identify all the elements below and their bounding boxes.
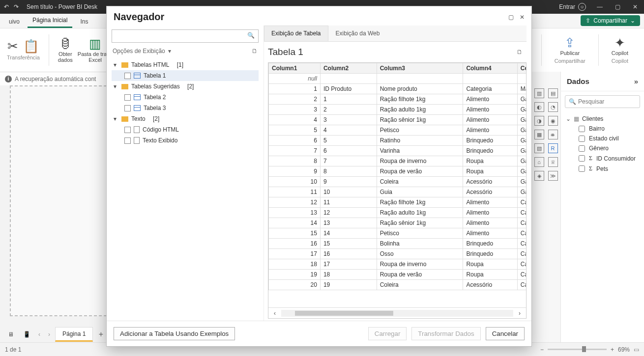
viz-icon[interactable]: ◔ bbox=[548, 102, 558, 112]
table-row[interactable]: 2019ColeiraAcessórioCachorrito bbox=[269, 280, 527, 290]
node-codigo-html[interactable]: Código HTML bbox=[112, 124, 259, 135]
copilot-button[interactable]: ✦ Copilot bbox=[612, 36, 628, 56]
horizontal-scrollbar[interactable]: ‹ › bbox=[268, 307, 526, 318]
checkbox[interactable] bbox=[124, 94, 131, 101]
zoom-out-icon[interactable]: − bbox=[540, 346, 544, 353]
next-page-icon[interactable]: › bbox=[45, 331, 53, 338]
table-row[interactable]: 109ColeiraAcessórioGatito bbox=[269, 177, 527, 187]
sign-in-button[interactable]: Entrar ☺ bbox=[559, 3, 586, 11]
table-row[interactable]: 1ID ProdutoNome produtoCategoriaMarca bbox=[269, 84, 527, 94]
viz-icon[interactable]: ◉ bbox=[548, 116, 558, 126]
redo-icon[interactable]: ↷ bbox=[14, 3, 19, 10]
viz-icon[interactable]: ▥ bbox=[534, 88, 544, 98]
zoom-in-icon[interactable]: + bbox=[611, 346, 614, 353]
viz-icon[interactable]: ♕ bbox=[548, 157, 558, 167]
viz-icon[interactable]: ◈ bbox=[534, 171, 544, 181]
fields-search[interactable]: 🔍 bbox=[565, 95, 640, 108]
viz-icon[interactable]: ◑ bbox=[534, 116, 544, 126]
viz-icon[interactable]: ◐ bbox=[534, 102, 544, 112]
share-button[interactable]: ⇧ Compartilhar ⌄ bbox=[581, 15, 640, 26]
table-row[interactable]: 1716OssoBrinquedoCachorrito bbox=[269, 249, 527, 259]
refresh-preview-icon[interactable]: 🗋 bbox=[517, 49, 523, 55]
navigator-search-input[interactable] bbox=[112, 29, 259, 43]
viz-icon[interactable]: ⩩ bbox=[548, 130, 558, 139]
viz-icon[interactable]: ≫ bbox=[548, 171, 558, 181]
table-row[interactable]: 1817Roupa de invernoRoupaCachorrito bbox=[269, 259, 527, 270]
checkbox[interactable] bbox=[124, 127, 131, 133]
preview-grid[interactable]: Column1Column2Column3Column4Column5C nul… bbox=[268, 63, 526, 307]
checkbox[interactable] bbox=[124, 73, 131, 79]
page-tab-1[interactable]: Página 1 bbox=[55, 327, 93, 342]
table-node-clientes[interactable]: ⌄ ▦ Clientes bbox=[566, 114, 640, 124]
column-header[interactable]: Column4 bbox=[463, 63, 517, 74]
table-row[interactable]: 98Roupa de verãoRoupaGatito bbox=[269, 166, 527, 177]
display-options[interactable]: Opções de Exibição ▾ 🗋 bbox=[112, 46, 259, 56]
table-row[interactable]: 1615BolinhaBrinquedoCachorrito bbox=[269, 239, 527, 249]
field-estado-civil[interactable]: Estado civil bbox=[566, 134, 640, 143]
maximize-icon[interactable]: ▢ bbox=[609, 0, 626, 14]
dialog-close-icon[interactable]: ✕ bbox=[520, 14, 525, 21]
add-table-examples-button[interactable]: Adicionar a Tabela Usando Exemplos bbox=[114, 327, 235, 340]
table-row[interactable]: 54PetiscoAlimentoGatito bbox=[269, 125, 527, 136]
tab-web-view[interactable]: Exibição da Web bbox=[328, 26, 387, 41]
column-header[interactable]: Column2 bbox=[320, 63, 377, 74]
close-icon[interactable]: ✕ bbox=[626, 0, 644, 14]
insert-tab[interactable]: Ins bbox=[75, 15, 93, 28]
table-row[interactable]: 32Ração adulto 1kgAlimentoGatito bbox=[269, 105, 527, 115]
field-pets[interactable]: ΣPets bbox=[566, 164, 640, 174]
expand-icon[interactable]: » bbox=[634, 77, 638, 85]
node-tabela-3[interactable]: Tabela 3 bbox=[112, 103, 259, 113]
column-header[interactable]: Column3 bbox=[377, 63, 463, 74]
fit-to-page-icon[interactable]: ▭ bbox=[634, 346, 639, 353]
node-suggested-tables[interactable]: ▾ Tabelas Sugeridas [2] bbox=[112, 81, 259, 92]
table-row[interactable]: 43Ração sênior 1kgAlimentoGatito bbox=[269, 115, 527, 125]
node-tabela-1[interactable]: Tabela 1 bbox=[112, 70, 259, 81]
checkbox[interactable] bbox=[124, 137, 131, 144]
node-texto-exibido[interactable]: Texto Exibido bbox=[112, 135, 259, 146]
column-header[interactable]: Column1 bbox=[269, 63, 321, 74]
table-row[interactable]: 21Ração filhote 1kgAlimentoGatito bbox=[269, 94, 527, 105]
refresh-icon[interactable]: 🗋 bbox=[252, 48, 258, 55]
home-tab[interactable]: Página Inicial bbox=[28, 14, 72, 28]
checkbox[interactable] bbox=[124, 105, 131, 111]
desktop-view-icon[interactable]: 🖥 bbox=[4, 329, 18, 340]
file-tab[interactable]: uivo bbox=[4, 15, 25, 28]
scroll-right-icon[interactable]: › bbox=[515, 310, 524, 317]
dialog-maximize-icon[interactable]: ▢ bbox=[508, 14, 514, 21]
node-tabela-2[interactable]: Tabela 2 bbox=[112, 92, 259, 103]
viz-icon[interactable]: R bbox=[548, 143, 558, 153]
table-row[interactable]: 1110GuiaAcessórioGatito bbox=[269, 187, 527, 197]
add-page-button[interactable]: + bbox=[95, 330, 107, 339]
field-id-consumidor[interactable]: ΣID Consumidor bbox=[566, 153, 640, 164]
viz-icon[interactable]: ▤ bbox=[548, 88, 558, 98]
viz-icon[interactable]: ⌂ bbox=[534, 157, 544, 167]
table-row[interactable]: 65RatinhoBrinquedoGatito bbox=[269, 136, 527, 146]
node-text[interactable]: ▾ Texto [2] bbox=[112, 113, 259, 124]
viz-icon[interactable]: ▧ bbox=[534, 143, 544, 153]
field-bairro[interactable]: Bairro bbox=[566, 124, 640, 134]
navigator-search[interactable]: 🔍 bbox=[112, 29, 259, 43]
scroll-left-icon[interactable]: ‹ bbox=[270, 310, 279, 317]
table-row[interactable]: 1514PetiscoAlimentoCachorrito bbox=[269, 228, 527, 239]
mobile-view-icon[interactable]: 📱 bbox=[20, 329, 33, 340]
table-row[interactable]: 1413Ração sênior 1kgAlimentoCachorrito bbox=[269, 218, 527, 228]
prev-page-icon[interactable]: ‹ bbox=[35, 331, 43, 338]
viz-icon[interactable]: ▦ bbox=[534, 130, 544, 139]
minimize-icon[interactable]: — bbox=[591, 0, 609, 14]
cancel-button[interactable]: Cancelar bbox=[486, 327, 525, 340]
table-row[interactable]: 1918Roupa de verãoRoupaCachorrito bbox=[269, 270, 527, 280]
column-header[interactable]: Column5 bbox=[517, 63, 526, 74]
zoom-slider[interactable] bbox=[548, 349, 607, 350]
node-html-tables[interactable]: ▾ Tabelas HTML [1] bbox=[112, 59, 259, 70]
table-row[interactable]: 1312Ração adulto 1kgAlimentoCachorrito bbox=[269, 208, 527, 218]
publish-button[interactable]: ⇪ Publicar bbox=[560, 36, 580, 56]
cut-icon[interactable]: ✂ bbox=[7, 40, 18, 53]
table-row[interactable]: 87Roupa de invernoRoupaGatito bbox=[269, 156, 527, 166]
table-row[interactable]: 1211Ração filhote 1kgAlimentoCachorrito bbox=[269, 197, 527, 208]
table-row[interactable]: 76VarinhaBrinquedoGatito bbox=[269, 146, 527, 156]
get-data-button[interactable]: 🛢 Obter dados bbox=[58, 37, 73, 63]
field-genero[interactable]: Gênero bbox=[566, 143, 640, 153]
tab-table-view[interactable]: Exibição de Tabela bbox=[264, 26, 328, 41]
table-row[interactable]: null bbox=[269, 74, 527, 84]
undo-icon[interactable]: ↶ bbox=[4, 3, 9, 10]
